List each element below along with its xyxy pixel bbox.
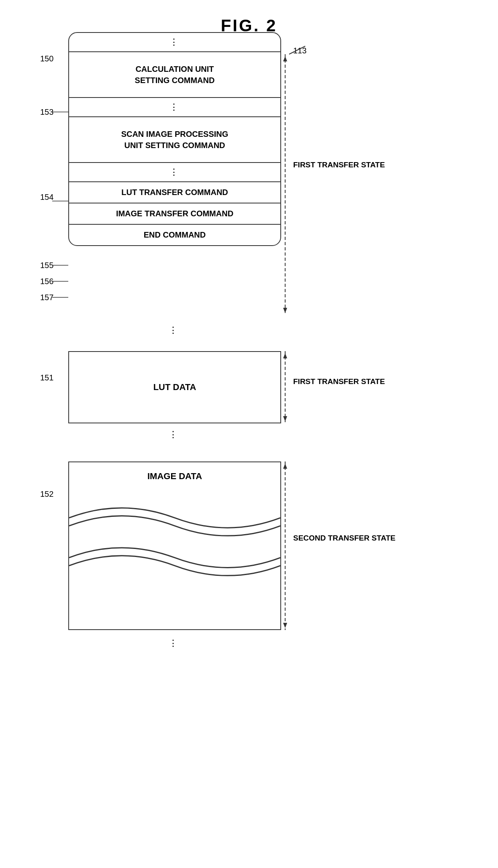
row-lut-transfer: LUT TRANSFER COMMAND [69,182,280,203]
dots-top: ⋮ [69,33,280,52]
packet-block-152: IMAGE DATA [68,461,281,630]
ref-153: 153 [40,108,53,117]
svg-marker-13 [283,463,287,469]
svg-marker-8 [283,308,287,313]
ref-154: 154 [40,193,53,202]
page-container: FIG. 2 113 150 ⋮ CALCULATION UNITSETTING… [0,0,498,868]
svg-marker-14 [283,623,287,628]
ref-153-line [52,112,69,112]
ref-155-line [52,265,69,266]
lut-data-label: LUT DATA [153,382,196,392]
first-transfer-state-1-label: FIRST TRANSFER STATE [293,161,385,169]
svg-marker-11 [283,416,287,421]
ref-155: 155 [40,261,53,270]
image-data-label: IMAGE DATA [69,462,280,486]
ref-156: 156 [40,277,53,286]
dots-bottom: ⋮ [169,638,179,648]
second-transfer-bracket [281,461,289,630]
row-image-transfer: IMAGE TRANSFER COMMAND [69,203,280,225]
first-transfer-state-2-label: FIRST TRANSFER STATE [293,377,385,386]
svg-marker-10 [283,353,287,358]
second-transfer-state-label: SECOND TRANSFER STATE [293,534,396,543]
svg-marker-7 [283,56,287,61]
first-transfer-1-bracket [281,54,289,315]
svg-line-0 [289,46,305,54]
diagram-area: FIG. 2 113 150 ⋮ CALCULATION UNITSETTING… [0,8,498,835]
ref-156-line [52,281,69,282]
ref-157-line [52,297,69,298]
dots-below-150: ⋮ [169,325,179,335]
ref-151: 151 [40,373,53,382]
ref-152: 152 [40,490,53,499]
ref-157: 157 [40,293,53,302]
row-calculation-unit: CALCULATION UNITSETTING COMMAND [69,52,280,98]
packet-block-151: LUT DATA [68,351,281,423]
packet-block-150: ⋮ CALCULATION UNITSETTING COMMAND ⋮ SCAN… [68,32,281,246]
ref-154-line [52,201,69,201]
dots-mid2: ⋮ [69,163,280,182]
row-end-command: END COMMAND [69,225,280,245]
row-scan-image: SCAN IMAGE PROCESSINGUNIT SETTING COMMAN… [69,117,280,163]
dots-between-151-152: ⋮ [169,429,179,440]
first-transfer-2-bracket [281,351,289,423]
wave-decoration [69,486,280,598]
ref-150: 150 [40,54,53,63]
dots-mid1: ⋮ [69,98,280,117]
